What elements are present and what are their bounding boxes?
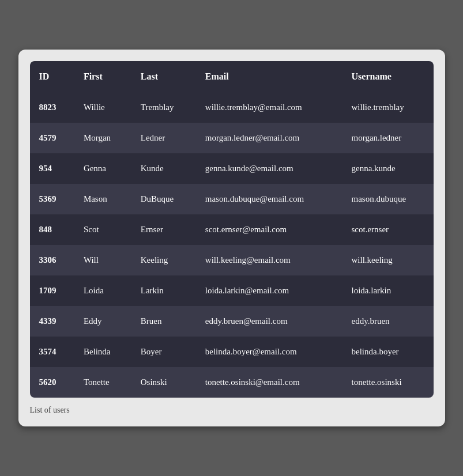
- table-row: 4339EddyBrueneddy.bruen@email.comeddy.br…: [30, 306, 434, 337]
- cell-username: belinda.boyer: [342, 337, 434, 367]
- table-header-row: ID First Last Email Username: [30, 61, 434, 92]
- col-header-first: First: [74, 61, 131, 92]
- col-header-username: Username: [342, 61, 434, 92]
- cell-first: Mason: [74, 184, 131, 214]
- table-row: 848ScotErnserscot.ernser@email.comscot.e…: [30, 214, 434, 245]
- cell-last: Larkin: [131, 275, 196, 306]
- cell-email: belinda.boyer@email.com: [196, 337, 342, 367]
- table-row: 3574BelindaBoyerbelinda.boyer@email.comb…: [30, 337, 434, 367]
- cell-id: 3306: [30, 245, 74, 275]
- cell-last: Ledner: [131, 123, 196, 153]
- cell-email: willie.tremblay@email.com: [196, 92, 342, 123]
- cell-username: scot.ernser: [342, 214, 434, 245]
- cell-username: loida.larkin: [342, 275, 434, 306]
- cell-first: Will: [74, 245, 131, 275]
- cell-username: will.keeling: [342, 245, 434, 275]
- cell-first: Scot: [74, 214, 131, 245]
- cell-username: willie.tremblay: [342, 92, 434, 123]
- users-table: ID First Last Email Username 8823WillieT…: [30, 61, 434, 398]
- table-row: 5620TonetteOsinskitonette.osinski@email.…: [30, 367, 434, 398]
- cell-email: morgan.ledner@email.com: [196, 123, 342, 153]
- cell-last: Osinski: [131, 367, 196, 398]
- cell-first: Belinda: [74, 337, 131, 367]
- cell-first: Genna: [74, 153, 131, 184]
- cell-id: 8823: [30, 92, 74, 123]
- cell-id: 5369: [30, 184, 74, 214]
- table-row: 5369MasonDuBuquemason.dubuque@email.comm…: [30, 184, 434, 214]
- card-container: ID First Last Email Username 8823WillieT…: [18, 50, 445, 426]
- cell-email: tonette.osinski@email.com: [196, 367, 342, 398]
- cell-email: scot.ernser@email.com: [196, 214, 342, 245]
- cell-last: Keeling: [131, 245, 196, 275]
- cell-first: Tonette: [74, 367, 131, 398]
- table-row: 8823WillieTremblaywillie.tremblay@email.…: [30, 92, 434, 123]
- table-row: 954GennaKundegenna.kunde@email.comgenna.…: [30, 153, 434, 184]
- cell-username: morgan.ledner: [342, 123, 434, 153]
- table-row: 1709LoidaLarkinloida.larkin@email.comloi…: [30, 275, 434, 306]
- cell-id: 5620: [30, 367, 74, 398]
- cell-last: Tremblay: [131, 92, 196, 123]
- cell-id: 4579: [30, 123, 74, 153]
- cell-last: DuBuque: [131, 184, 196, 214]
- col-header-email: Email: [196, 61, 342, 92]
- cell-id: 3574: [30, 337, 74, 367]
- cell-username: mason.dubuque: [342, 184, 434, 214]
- cell-username: tonette.osinski: [342, 367, 434, 398]
- cell-email: mason.dubuque@email.com: [196, 184, 342, 214]
- col-header-last: Last: [131, 61, 196, 92]
- cell-first: Morgan: [74, 123, 131, 153]
- cell-id: 954: [30, 153, 74, 184]
- cell-email: will.keeling@email.com: [196, 245, 342, 275]
- table-row: 4579MorganLednermorgan.ledner@email.comm…: [30, 123, 434, 153]
- col-header-id: ID: [30, 61, 74, 92]
- cell-id: 848: [30, 214, 74, 245]
- table-row: 3306WillKeelingwill.keeling@email.comwil…: [30, 245, 434, 275]
- cell-email: genna.kunde@email.com: [196, 153, 342, 184]
- cell-id: 1709: [30, 275, 74, 306]
- table-caption: List of users: [30, 406, 434, 415]
- cell-last: Bruen: [131, 306, 196, 337]
- cell-username: genna.kunde: [342, 153, 434, 184]
- cell-first: Eddy: [74, 306, 131, 337]
- cell-id: 4339: [30, 306, 74, 337]
- cell-last: Boyer: [131, 337, 196, 367]
- cell-email: loida.larkin@email.com: [196, 275, 342, 306]
- cell-first: Loida: [74, 275, 131, 306]
- cell-last: Kunde: [131, 153, 196, 184]
- cell-username: eddy.bruen: [342, 306, 434, 337]
- cell-first: Willie: [74, 92, 131, 123]
- cell-last: Ernser: [131, 214, 196, 245]
- cell-email: eddy.bruen@email.com: [196, 306, 342, 337]
